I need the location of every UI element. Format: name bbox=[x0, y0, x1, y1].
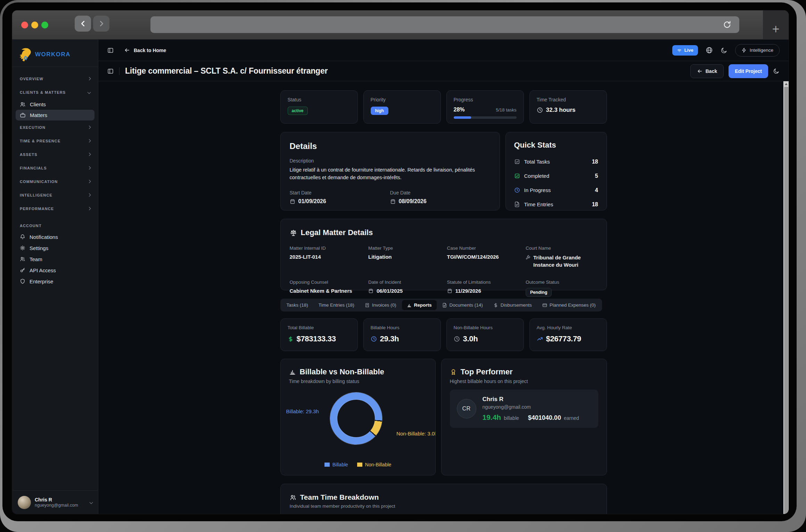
user-email: ngueyong@gmail.com bbox=[35, 503, 78, 508]
team-title: Team Time Breakdown bbox=[300, 493, 379, 501]
tab-disbursements[interactable]: Disbursements bbox=[488, 300, 537, 310]
chevron-right-icon bbox=[88, 139, 91, 143]
close-button[interactable] bbox=[21, 22, 28, 28]
chart-legend: Billable Non-Billable bbox=[281, 462, 435, 467]
progress-label: Progress bbox=[454, 97, 517, 102]
users-icon bbox=[290, 494, 296, 501]
performer-avatar: CR bbox=[457, 399, 476, 418]
sidebar-group-assets[interactable]: ASSETS bbox=[16, 148, 94, 161]
user-menu[interactable]: Chris R ngueyong@gmail.com bbox=[12, 490, 98, 514]
matter-type: Litigation bbox=[368, 254, 440, 260]
sidebar-item-enterprise[interactable]: Enterprise bbox=[16, 276, 94, 287]
details-title: Details bbox=[290, 141, 491, 151]
globe-icon bbox=[706, 47, 713, 54]
sidebar-item-matters[interactable]: Matters bbox=[16, 110, 94, 120]
status-badge: active bbox=[288, 107, 308, 115]
theme-toggle-button[interactable] bbox=[721, 47, 727, 54]
top-header: Back to Home Live bbox=[98, 40, 789, 61]
sidebar-item-clients[interactable]: Clients bbox=[16, 99, 94, 110]
tab-reports[interactable]: Reports bbox=[402, 300, 437, 310]
scroll-up-arrow[interactable] bbox=[784, 81, 789, 87]
sidebar-group-time-presence[interactable]: TIME & PRESENCE bbox=[16, 134, 94, 148]
dollar-icon bbox=[493, 303, 498, 308]
briefcase-icon bbox=[20, 112, 26, 118]
chevron-left-icon bbox=[79, 20, 87, 27]
theme-toggle-button[interactable] bbox=[773, 68, 780, 74]
workora-goat-logo-icon bbox=[18, 47, 34, 62]
priority-badge: high bbox=[371, 107, 388, 115]
vertical-scrollbar[interactable] bbox=[783, 81, 789, 514]
performer-name: Chris R bbox=[483, 396, 579, 403]
arrow-left-icon bbox=[124, 47, 130, 53]
address-bar[interactable] bbox=[150, 16, 739, 33]
sidebar-group-overview[interactable]: OVERVIEW bbox=[16, 72, 94, 85]
scrollbar-thumb[interactable] bbox=[784, 87, 788, 514]
intelligence-button[interactable]: Intelligence bbox=[735, 44, 780, 57]
file-text-icon bbox=[442, 303, 447, 308]
chevron-right-icon bbox=[88, 180, 91, 183]
device-frame: + WORKORA OVERVIEW bbox=[0, 0, 806, 532]
billable-hours-value: 29.3h bbox=[380, 334, 399, 343]
sidebar-group-clients-matters[interactable]: CLIENTS & MATTERS bbox=[16, 85, 94, 99]
team-subtitle: Individual team member productivity on t… bbox=[290, 504, 598, 509]
tab-documents[interactable]: Documents (14) bbox=[437, 300, 488, 310]
sidebar-group-financials[interactable]: FINANCIALS bbox=[16, 161, 94, 175]
file-text-icon bbox=[514, 201, 520, 207]
browser-back-button[interactable] bbox=[75, 16, 91, 32]
time-tracked-value: 32.3 hours bbox=[546, 107, 576, 114]
sidebar-group-execution[interactable]: EXECUTION bbox=[16, 120, 94, 134]
reload-icon[interactable] bbox=[723, 20, 732, 29]
due-date-label: Due Date bbox=[390, 190, 491, 196]
brand-block[interactable]: WORKORA bbox=[12, 40, 98, 67]
back-to-home-link[interactable]: Back to Home bbox=[122, 47, 168, 53]
top-performer-title: Top Performer bbox=[461, 367, 513, 376]
back-button[interactable]: Back bbox=[690, 64, 724, 78]
minimize-button[interactable] bbox=[31, 22, 38, 28]
top-performer-subtitle: Highest billable hours on this project bbox=[450, 379, 598, 384]
chevron-right-icon bbox=[88, 153, 91, 156]
browser-forward-button[interactable] bbox=[93, 16, 109, 32]
shield-icon bbox=[20, 279, 25, 284]
sidebar-item-team[interactable]: Team bbox=[16, 253, 94, 265]
device-screen: + WORKORA OVERVIEW bbox=[2, 2, 797, 521]
chevron-down-icon bbox=[90, 501, 93, 504]
panel-icon bbox=[107, 68, 114, 74]
team-time-breakdown-card: Team Time Breakdown Individual team memb… bbox=[280, 484, 607, 514]
sidebar-item-settings[interactable]: Settings bbox=[16, 242, 94, 253]
performer-hours: 19.4h bbox=[483, 413, 501, 422]
avg-hourly-rate-card: Avg. Hourly Rate $26773.79 bbox=[529, 318, 607, 351]
main-area: Back to Home Live bbox=[98, 40, 789, 514]
sidebar-item-api-access[interactable]: API Access bbox=[16, 265, 94, 276]
quick-stat-row: Total Tasks 18 bbox=[514, 155, 598, 169]
edit-project-button[interactable]: Edit Project bbox=[729, 64, 768, 78]
live-status-badge[interactable]: Live bbox=[672, 45, 698, 56]
tab-invoices[interactable]: Invoices (0) bbox=[360, 300, 401, 310]
legend-billable: Billable bbox=[324, 462, 348, 467]
legal-matter-details-card: Legal Matter Details Matter Internal ID2… bbox=[280, 219, 607, 290]
non-billable-hours-card: Non-Billable Hours 3.0h bbox=[446, 318, 524, 351]
chevron-right-icon bbox=[88, 126, 91, 129]
sidebar-toggle-button[interactable] bbox=[107, 47, 114, 53]
quick-stats-card: Quick Stats Total Tasks 18 Completed bbox=[505, 132, 607, 210]
content-scroll-area: Status active Priority high Progress bbox=[98, 81, 789, 514]
performer-profile: CR Chris R ngueyong@gmail.com 19.4h bill… bbox=[450, 390, 598, 428]
tab-planned-expenses[interactable]: Planned Expenses (0) bbox=[537, 300, 601, 310]
moon-icon bbox=[773, 68, 780, 74]
sidebar-group-performance[interactable]: PERFORMANCE bbox=[16, 202, 94, 215]
language-globe-button[interactable] bbox=[706, 47, 713, 54]
new-tab-button[interactable]: + bbox=[763, 10, 789, 40]
browser-window: + WORKORA OVERVIEW bbox=[12, 10, 789, 514]
performer-earned: $401040.00 bbox=[528, 414, 561, 422]
tab-tasks[interactable]: Tasks (18) bbox=[282, 300, 313, 310]
tab-time-entries[interactable]: Time Entries (18) bbox=[314, 300, 359, 310]
scales-icon bbox=[290, 229, 297, 236]
matter-tabs: Tasks (18) Time Entries (18) Invoices (0… bbox=[280, 299, 602, 311]
sidebar-group-communication[interactable]: COMMUNICATION bbox=[16, 175, 94, 188]
sidebar-item-notifications[interactable]: Notifications bbox=[16, 231, 94, 242]
time-tracked-card: Time Tracked 32.3 hours bbox=[529, 90, 607, 124]
zoom-button[interactable] bbox=[41, 22, 48, 28]
top-performer-card: Top Performer Highest billable hours on … bbox=[441, 359, 607, 475]
sidebar-toggle-button[interactable] bbox=[107, 68, 114, 74]
legend-non-billable: Non-Billable bbox=[357, 462, 391, 467]
sidebar-group-intelligence[interactable]: INTELLIGENCE bbox=[16, 188, 94, 202]
